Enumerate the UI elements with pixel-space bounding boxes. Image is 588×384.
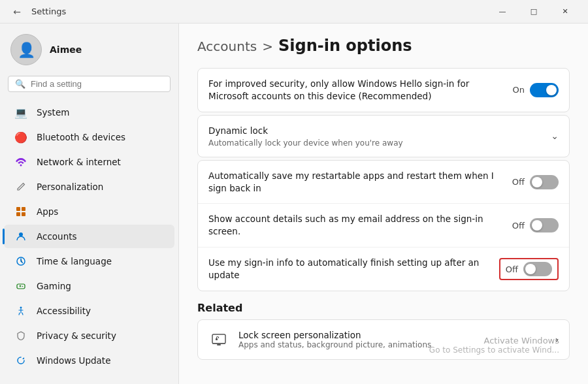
- accessibility-icon: [14, 304, 27, 317]
- breadcrumb-parent[interactable]: Accounts: [197, 39, 257, 54]
- account-details-control: Off: [512, 218, 559, 232]
- window-controls: — □ ✕: [487, 0, 580, 24]
- windows-update-icon: [14, 354, 27, 367]
- content-wrapper: Accounts > Sign-in options For improved …: [197, 37, 570, 360]
- svg-rect-10: [212, 334, 225, 344]
- sidebar-item-accessibility[interactable]: Accessibility: [4, 299, 174, 323]
- security-row: For improved security, only allow Window…: [198, 69, 569, 112]
- sidebar-item-label: Network & internet: [37, 157, 121, 167]
- dynamic-lock-sublabel: Automatically lock your device when you'…: [208, 138, 540, 148]
- dynamic-lock-text: Dynamic lock Automatically lock your dev…: [208, 125, 551, 148]
- avatar-icon: 👤: [18, 42, 35, 58]
- sidebar-item-network[interactable]: Network & internet: [4, 150, 174, 174]
- network-icon: [14, 155, 27, 168]
- sidebar-item-label: Accounts: [37, 231, 77, 242]
- minimize-button[interactable]: —: [487, 0, 517, 24]
- sign-in-info-row: Use my sign-in info to automatically fin…: [198, 248, 569, 291]
- sign-in-info-control-label: Off: [506, 264, 518, 274]
- sidebar-item-time[interactable]: Time & language: [4, 249, 174, 273]
- auto-save-toggle[interactable]: [530, 175, 559, 189]
- sidebar-item-bluetooth[interactable]: 🔴 Bluetooth & devices: [4, 125, 174, 149]
- search-box[interactable]: 🔍: [8, 76, 171, 92]
- svg-rect-11: [217, 344, 221, 345]
- related-row-lock-screen[interactable]: Lock screen personalization Apps and sta…: [198, 320, 569, 359]
- close-button[interactable]: ✕: [550, 0, 580, 24]
- sidebar-item-system[interactable]: 💻 System: [4, 101, 174, 124]
- svg-point-0: [20, 165, 22, 167]
- related-text: Lock screen personalization Apps and sta…: [238, 330, 546, 349]
- sidebar-item-label: Privacy & security: [37, 330, 116, 341]
- security-control: On: [513, 83, 559, 97]
- account-details-control-label: Off: [512, 221, 525, 231]
- page-title: Sign-in options: [278, 37, 412, 55]
- sidebar-item-accounts[interactable]: Accounts: [4, 225, 174, 248]
- chevron-right-icon: ›: [555, 334, 559, 345]
- sign-in-info-text: Use my sign-in info to automatically fin…: [208, 257, 499, 281]
- privacy-icon: [14, 329, 27, 342]
- lock-screen-label: Lock screen personalization: [238, 330, 546, 340]
- toggle-knob: [532, 220, 542, 231]
- account-details-text: Show account details such as my email ad…: [208, 213, 512, 238]
- toggle-knob: [532, 177, 542, 187]
- sidebar-item-label: System: [37, 107, 69, 118]
- security-control-label: On: [513, 85, 525, 95]
- dynamic-lock-label: Dynamic lock: [208, 125, 540, 137]
- svg-rect-2: [22, 207, 25, 211]
- system-icon: 💻: [14, 106, 27, 119]
- user-name: Aimee: [50, 44, 82, 55]
- svg-point-8: [22, 286, 24, 287]
- search-input[interactable]: [31, 79, 163, 89]
- account-details-toggle[interactable]: [530, 218, 559, 232]
- svg-rect-3: [16, 212, 20, 216]
- maximize-button[interactable]: □: [519, 0, 549, 24]
- settings-main-card: Automatically save my restartable apps a…: [197, 160, 570, 291]
- sidebar-item-label: Accessibility: [37, 306, 91, 316]
- account-details-label: Show account details such as my email ad…: [208, 213, 502, 238]
- lock-screen-icon: [208, 329, 229, 350]
- user-section: 👤 Aimee: [0, 24, 178, 73]
- sidebar-item-label: Windows Update: [37, 355, 110, 366]
- sign-in-info-control: Off: [499, 258, 559, 280]
- security-text: For improved security, only allow Window…: [208, 78, 513, 103]
- security-label: For improved security, only allow Window…: [208, 78, 502, 103]
- svg-rect-4: [22, 212, 25, 216]
- gaming-icon: [14, 280, 27, 293]
- svg-rect-12: [216, 338, 218, 340]
- account-details-row: Show account details such as my email ad…: [198, 204, 569, 248]
- titlebar: ← Settings — □ ✕: [0, 0, 588, 24]
- related-title: Related: [197, 302, 570, 314]
- svg-point-9: [20, 307, 22, 309]
- related-section: Related Lock: [197, 302, 570, 360]
- sidebar: 👤 Aimee 🔍 💻 System 🔴 Bluetooth & devices: [0, 24, 179, 384]
- sidebar-item-apps[interactable]: Apps: [4, 200, 174, 223]
- bluetooth-icon: 🔴: [14, 131, 27, 144]
- main-layout: 👤 Aimee 🔍 💻 System 🔴 Bluetooth & devices: [0, 24, 588, 384]
- sidebar-item-label: Gaming: [37, 281, 71, 291]
- breadcrumb-separator: >: [262, 39, 273, 54]
- auto-save-control-label: Off: [512, 177, 525, 187]
- sidebar-item-label: Bluetooth & devices: [37, 132, 125, 142]
- dynamic-lock-card: Dynamic lock Automatically lock your dev…: [197, 115, 570, 157]
- related-card: Lock screen personalization Apps and sta…: [197, 319, 570, 360]
- sidebar-item-label: Apps: [37, 206, 58, 217]
- sidebar-item-label: Personalization: [37, 182, 103, 192]
- dynamic-lock-row[interactable]: Dynamic lock Automatically lock your dev…: [198, 116, 569, 157]
- back-button[interactable]: ←: [8, 3, 26, 21]
- chevron-down-icon: ⌄: [551, 131, 559, 141]
- sidebar-item-gaming[interactable]: Gaming: [4, 274, 174, 298]
- personalization-icon: [14, 180, 27, 193]
- security-card: For improved security, only allow Window…: [197, 68, 570, 112]
- avatar: 👤: [10, 34, 42, 65]
- auto-save-control: Off: [512, 175, 559, 189]
- time-icon: [14, 255, 27, 268]
- sidebar-item-privacy[interactable]: Privacy & security: [4, 324, 174, 347]
- sign-in-info-toggle[interactable]: [523, 262, 552, 276]
- security-toggle[interactable]: [530, 83, 559, 97]
- svg-point-5: [19, 232, 23, 236]
- sidebar-item-windows-update[interactable]: Windows Update: [4, 349, 174, 372]
- app-title: Settings: [31, 7, 487, 16]
- search-icon: 🔍: [15, 79, 25, 89]
- sign-in-info-label: Use my sign-in info to automatically fin…: [208, 257, 489, 281]
- auto-save-label: Automatically save my restartable apps a…: [208, 170, 502, 195]
- sidebar-item-personalization[interactable]: Personalization: [4, 175, 174, 199]
